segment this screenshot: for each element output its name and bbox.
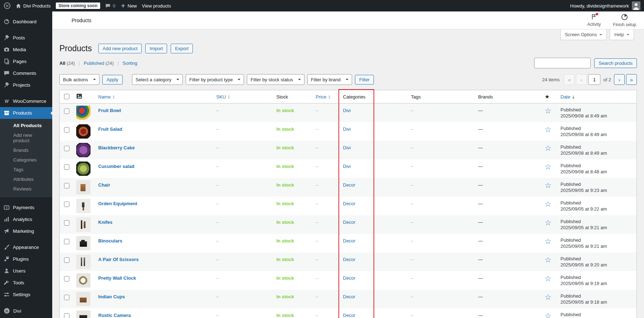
add-new-product-button[interactable]: Add new product [98,44,142,53]
product-name-link[interactable]: Blackberry Cake [98,145,135,150]
finish-setup-button[interactable]: Finish setup [613,14,636,27]
sidebar-item-comments[interactable]: Comments [0,67,52,79]
sidebar-item-posts[interactable]: Posts [0,32,52,44]
featured-star-icon[interactable]: ☆ [545,107,552,115]
sidebar-item-media[interactable]: Media [0,44,52,56]
filter-button[interactable]: Filter [355,75,374,85]
next-page-button[interactable]: › [614,74,625,85]
sidebar-item-dashboard[interactable]: Dashboard [0,16,52,28]
view-published[interactable]: Published [84,61,104,66]
product-name-link[interactable]: Fruit Bowl [98,108,121,113]
view-all[interactable]: All [59,61,65,66]
sidebar-item-plugins[interactable]: Plugins [0,253,52,265]
category-link[interactable]: Divi [343,145,351,150]
category-link[interactable]: Divi [343,108,351,113]
row-checkbox[interactable] [64,220,69,226]
featured-star-icon[interactable]: ☆ [545,144,552,152]
export-button[interactable]: Export [171,44,193,53]
comments-menu-item[interactable]: 0 [105,3,115,9]
select-all-checkbox[interactable] [64,94,69,99]
sidebar-item-analytics[interactable]: Analytics [0,213,52,225]
category-link[interactable]: Decor [343,313,356,318]
row-checkbox[interactable] [64,109,69,114]
activity-button[interactable]: Activity [587,14,601,27]
product-thumbnail[interactable] [76,106,91,120]
category-link[interactable]: Decor [343,238,356,244]
featured-star-icon[interactable]: ☆ [545,125,552,134]
submenu-categories[interactable]: Categories [0,155,52,165]
row-checkbox[interactable] [64,164,69,170]
category-link[interactable]: Divi [343,126,351,132]
view-sorting[interactable]: Sorting [123,61,137,66]
featured-star-icon[interactable]: ☆ [545,218,552,227]
category-link[interactable]: Decor [343,294,356,299]
column-header-price[interactable]: Price▲▼ [312,90,340,103]
wordpress-logo-icon[interactable]: W [4,2,11,9]
help-tab[interactable]: Help [610,29,634,40]
row-checkbox[interactable] [64,313,69,318]
sidebar-item-divi[interactable]: D Divi [0,305,52,317]
sidebar-item-settings[interactable]: Settings [0,289,52,300]
featured-star-icon[interactable]: ☆ [545,237,552,245]
product-thumbnail[interactable] [76,143,91,157]
product-name-link[interactable]: A Pair Of Scissors [98,257,139,262]
row-checkbox[interactable] [64,295,69,300]
view-products-menu-item[interactable]: View products [142,3,171,9]
product-name-link[interactable]: Cucumber salad [98,164,135,169]
category-filter-select[interactable]: Select a category [132,74,183,85]
product-thumbnail[interactable] [76,310,91,318]
submenu-all-products[interactable]: All Products [0,121,52,130]
account-menu[interactable]: Howdy, dividesignframework [570,1,644,10]
row-checkbox[interactable] [64,146,69,151]
row-checkbox[interactable] [64,276,69,281]
product-name-link[interactable]: Rustic Camera [98,313,131,318]
product-name-link[interactable]: Knifes [98,220,113,225]
current-page-input[interactable] [588,74,600,85]
product-thumbnail[interactable] [76,217,91,232]
featured-star-icon[interactable]: ☆ [545,256,552,264]
category-link[interactable]: Decor [343,275,356,281]
submenu-reviews[interactable]: Reviews [0,184,52,194]
sidebar-item-users[interactable]: Users [0,265,52,277]
new-menu-item[interactable]: New [121,3,137,9]
sidebar-item-projects[interactable]: Projects [0,79,52,91]
category-link[interactable]: Decor [343,220,356,225]
search-input[interactable] [534,58,591,68]
product-name-link[interactable]: Grden Equipment [98,201,137,206]
product-thumbnail[interactable] [76,124,91,139]
category-link[interactable]: Decor [343,201,356,206]
bulk-actions-select[interactable]: Bulk actions [59,74,99,85]
product-type-filter-select[interactable]: Filter by product type [186,74,244,85]
row-checkbox[interactable] [64,202,69,207]
product-name-link[interactable]: Fruit Salad [98,126,122,132]
product-thumbnail[interactable] [76,236,91,250]
first-page-button[interactable]: « [564,74,575,85]
apply-button[interactable]: Apply [102,75,123,85]
product-name-link[interactable]: Chair [98,182,110,188]
product-name-link[interactable]: Indian Cups [98,294,125,299]
row-checkbox[interactable] [64,127,69,132]
product-thumbnail[interactable] [76,273,91,288]
featured-star-icon[interactable]: ☆ [545,293,552,301]
screen-options-tab[interactable]: Screen Options [560,29,607,40]
product-name-link[interactable]: Pretty Wall Clock [98,275,136,281]
submenu-tags[interactable]: Tags [0,165,52,174]
product-thumbnail[interactable] [76,292,91,306]
row-checkbox[interactable] [64,239,69,244]
submenu-add-new-product[interactable]: Add new product [0,130,52,145]
site-menu-item[interactable]: Divi Products [16,3,51,9]
column-header-date[interactable]: Date▲▼ [557,90,637,103]
column-header-sku[interactable]: SKU▲▼ [213,90,273,103]
stock-status-filter-select[interactable]: Filter by stock status [247,74,304,85]
sidebar-item-marketing[interactable]: Marketing [0,225,52,237]
brand-filter-select[interactable]: Filter by brand [307,74,352,85]
sidebar-item-payments[interactable]: $ Payments [0,202,52,213]
featured-star-icon[interactable]: ☆ [545,274,552,283]
featured-star-icon[interactable]: ☆ [545,163,552,171]
column-header-name[interactable]: Name▲▼ [95,90,213,103]
category-link[interactable]: Decor [343,257,356,262]
row-checkbox[interactable] [64,183,69,188]
import-button[interactable]: Import [145,44,167,53]
sidebar-item-woocommerce[interactable]: W WooCommerce [0,95,52,107]
submenu-brands[interactable]: Brands [0,145,52,155]
